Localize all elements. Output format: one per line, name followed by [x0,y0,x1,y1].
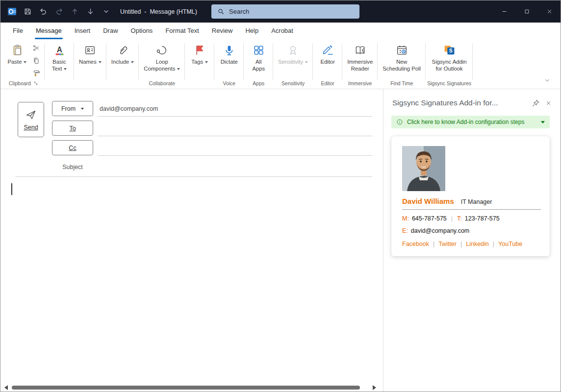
ribbon-button-paste[interactable]: Paste [4,41,30,79]
ribbon-button-all-apps[interactable]: AllApps [245,41,272,79]
outlook-logo-icon [4,4,19,19]
signature-photo [402,146,445,191]
compose-area: Send From david@company.com To Cc Subjec… [0,89,383,392]
ribbon-group-label: Clipboard [9,80,31,86]
mobile-value: 645-787-575 [412,215,447,222]
window-title: Untitled - Message (HTML) [120,8,197,15]
ribbon-button-tags[interactable]: Tags [186,41,213,79]
message-body[interactable] [0,180,383,383]
ribbon-group-label: Collaborate [149,80,175,86]
cut-button[interactable] [30,43,42,53]
dialog-launcher-icon[interactable] [33,81,38,86]
scroll-left-arrow-icon[interactable] [4,385,8,390]
format-painter-button[interactable] [30,68,42,79]
ribbon-button-immersive-reader[interactable]: ImmersiveReader [344,41,376,79]
maximize-button[interactable] [515,0,538,23]
separator: | [493,241,494,247]
horizontal-scrollbar[interactable] [4,384,376,391]
tab-options[interactable]: Options [125,23,159,39]
scrollbar-track[interactable] [11,386,370,390]
copy-button[interactable] [30,55,42,66]
telephone-value: 123-787-575 [465,215,500,222]
ribbon-button-names[interactable]: Names [76,41,105,79]
close-window-button[interactable] [538,0,561,23]
separator: | [460,241,462,247]
ribbon-group-include: Include [106,39,139,89]
phone-row: M: 645-787-575 | T: 123-787-575 [402,215,541,222]
ribbon: PasteClipboardABasicTextNamesIncludeLoop… [0,39,561,89]
search-icon [217,8,225,15]
move-down-icon[interactable] [83,4,98,19]
scroll-right-arrow-icon[interactable] [373,385,376,390]
svg-text:A: A [56,45,62,53]
ribbon-group-label: Editor [321,80,334,86]
addin-config-banner[interactable]: Click here to know Add-in configuration … [391,116,550,128]
send-label: Send [24,124,38,131]
tab-help[interactable]: Help [239,23,265,39]
tab-message[interactable]: Message [29,23,68,39]
undo-icon[interactable] [36,4,51,19]
cc-field[interactable] [98,155,372,156]
close-panel-icon[interactable] [542,97,555,109]
tab-acrobat[interactable]: Acrobat [265,23,300,39]
ribbon-button-sigsync-addin-for-outlook[interactable]: SSigsync Addinfor Outlook [429,41,470,79]
subject-field[interactable] [15,176,372,177]
ribbon-button-include[interactable]: Include [108,41,137,79]
ribbon-button-dictate[interactable]: Dictate [216,41,242,79]
ribbon-group-names: Names [74,39,106,89]
social-link-facebook[interactable]: Facebook [402,241,429,247]
chevron-down-icon [24,61,26,63]
editor-icon [322,43,334,57]
minimize-button[interactable] [493,0,515,23]
to-button[interactable]: To [52,121,93,136]
include-icon [117,43,129,57]
ribbon-group-sensitivity: SensitivitySensitivity [273,39,313,89]
format-painter-icon [32,70,40,77]
ribbon-group-label: Find Time [390,80,413,86]
to-field[interactable] [98,136,372,136]
ribbon-group-tags: Tags [185,39,214,89]
ribbon-group-voice: DictateVoice [214,39,244,89]
send-button[interactable]: Send [18,102,44,137]
ribbon-group-editor: EditorEditor [313,39,342,89]
save-icon[interactable] [20,4,35,19]
basic-text-icon: A [53,43,66,57]
collapse-ribbon-button[interactable] [542,76,553,85]
ribbon-group-collaborate: LoopComponentsCollaborate [139,39,185,89]
redo-icon[interactable] [51,4,66,19]
send-plane-icon [25,109,37,121]
ribbon-button-loop-components[interactable]: LoopComponents [140,41,183,79]
chevron-down-icon [205,61,208,63]
pin-icon[interactable] [529,97,542,109]
names-icon [84,43,96,57]
ribbon-group-label: Apps [253,80,264,86]
quick-access-chevron-icon[interactable] [99,4,113,19]
sigsync-addin-panel: Sigsync Signatures Add-in for... Click h… [383,89,561,392]
from-button[interactable]: From [52,101,93,116]
tab-draw[interactable]: Draw [97,23,124,39]
move-up-icon[interactable] [67,4,82,19]
tab-insert[interactable]: Insert [68,23,97,39]
cc-button[interactable]: Cc [52,140,93,155]
ribbon-button-new-scheduling-poll[interactable]: NewScheduling Poll [379,41,424,79]
ribbon-button-basic-text[interactable]: ABasicText [46,41,73,79]
search-placeholder: Search [229,8,249,15]
signature-name-row: David Williams IT Manager [402,197,541,210]
tab-review[interactable]: Review [205,23,239,39]
ribbon-group-immersive: ImmersiveReaderImmersive [342,39,378,89]
ribbon-group-label: Sensitivity [281,80,305,86]
scrollbar-thumb[interactable] [12,386,360,390]
panel-header: Sigsync Signatures Add-in for... [383,89,561,112]
social-link-linkedin[interactable]: Linkedin [466,241,489,247]
email-value: david@company.com [411,227,469,234]
social-link-youtube[interactable]: YouTube [498,241,522,247]
signature-name: David Williams [402,197,454,205]
search-box[interactable]: Search [211,4,359,19]
cut-icon [32,44,40,52]
tab-file[interactable]: File [6,23,29,39]
ribbon-button-editor[interactable]: Editor [314,41,341,79]
social-link-twitter[interactable]: Twitter [438,241,457,247]
ribbon-tab-bar: FileMessageInsertDrawOptionsFormat TextR… [0,23,561,39]
tab-format-text[interactable]: Format Text [159,23,205,39]
from-field[interactable] [98,116,372,117]
